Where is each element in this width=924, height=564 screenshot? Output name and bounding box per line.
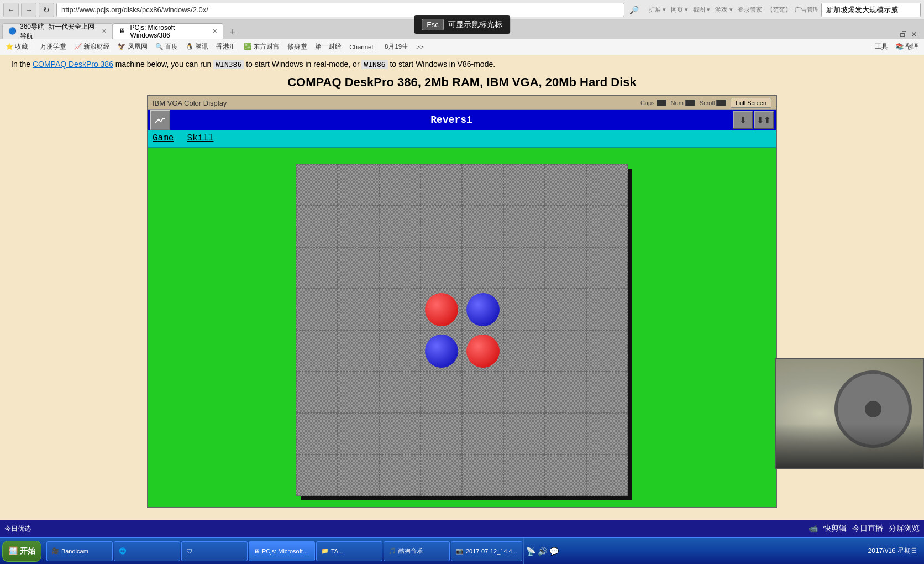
new-tab-button[interactable]: +	[225, 25, 240, 39]
board-cell-0-1[interactable]	[338, 164, 379, 206]
board-cell-6-2[interactable]	[379, 413, 421, 455]
splitscreen-icon[interactable]: 分屏浏览	[889, 524, 920, 534]
bookmark-wanpeng[interactable]: 万朋学堂	[36, 41, 70, 52]
close-browser-icon[interactable]: ✕	[911, 30, 917, 39]
board-cell-6-7[interactable]	[586, 413, 628, 455]
board-cell-1-1[interactable]	[338, 206, 379, 247]
board-cell-5-5[interactable]	[503, 372, 545, 413]
board-cell-4-5[interactable]	[503, 330, 545, 372]
board-cell-2-2[interactable]	[379, 247, 421, 289]
board-cell-7-1[interactable]	[338, 455, 379, 496]
bookmark-right-tools[interactable]: 工具	[872, 41, 891, 52]
bookmark-eastmoney[interactable]: 💹 东方财富	[240, 41, 283, 52]
board-cell-0-7[interactable]	[586, 164, 628, 206]
bookmark-baidu[interactable]: 🔍 百度	[152, 41, 181, 52]
board-cell-4-0[interactable]	[296, 330, 338, 372]
bookmark-favorites[interactable]: ⭐ 收藏	[2, 41, 32, 52]
board-cell-6-0[interactable]	[296, 413, 338, 455]
board-cell-4-7[interactable]	[586, 330, 628, 372]
menu-skill[interactable]: Skill	[187, 133, 213, 143]
menu-game[interactable]: Game	[153, 133, 174, 143]
board-cell-1-2[interactable]	[379, 206, 421, 247]
restore-icon[interactable]: 🗗	[900, 30, 907, 39]
board-cell-7-7[interactable]	[586, 455, 628, 496]
board-cell-6-3[interactable]	[421, 413, 462, 455]
board-cell-3-0[interactable]	[296, 289, 338, 330]
board-cell-6-1[interactable]	[338, 413, 379, 455]
bookmark-819[interactable]: 8月19生	[381, 41, 412, 52]
taskbar-pcjs[interactable]: 🖥 PCjs: Microsoft...	[249, 541, 315, 561]
back-button[interactable]: ←	[3, 3, 19, 17]
reversi-board[interactable]	[296, 164, 628, 496]
sys-icon-2[interactable]: 🔊	[538, 547, 547, 556]
bookmark-right-itranslate[interactable]: 📚 翻译	[893, 41, 922, 52]
board-cell-5-0[interactable]	[296, 372, 338, 413]
bookmark-caijing[interactable]: 第一财经	[312, 41, 345, 52]
board-cell-0-4[interactable]	[462, 164, 503, 206]
board-cell-5-1[interactable]	[338, 372, 379, 413]
bookmark-sina[interactable]: 📈 新浪财经	[71, 41, 113, 52]
win-title-icon[interactable]	[150, 110, 170, 130]
board-cell-3-2[interactable]	[379, 289, 421, 330]
board-cell-3-3[interactable]	[421, 289, 462, 330]
bookmark-qq[interactable]: 🐧 腾讯	[182, 41, 212, 52]
board-cell-5-6[interactable]	[545, 372, 586, 413]
board-cell-5-2[interactable]	[379, 372, 421, 413]
tab-360-close[interactable]: ✕	[102, 28, 107, 35]
bookmark-xiushen[interactable]: 修身堂	[284, 41, 311, 52]
board-cell-1-4[interactable]	[462, 206, 503, 247]
sys-icon-1[interactable]: 📡	[526, 547, 536, 556]
address-bar[interactable]	[56, 3, 624, 17]
board-cell-6-4[interactable]	[462, 413, 503, 455]
board-cell-1-3[interactable]	[421, 206, 462, 247]
board-cell-2-5[interactable]	[503, 247, 545, 289]
fullscreen-button[interactable]: Full Screen	[731, 98, 771, 108]
board-cell-3-6[interactable]	[545, 289, 586, 330]
board-cell-2-1[interactable]	[338, 247, 379, 289]
board-cell-2-4[interactable]	[462, 247, 503, 289]
board-cell-2-6[interactable]	[545, 247, 586, 289]
board-cell-3-7[interactable]	[586, 289, 628, 330]
record-icon[interactable]: 📹	[809, 524, 818, 533]
board-cell-7-2[interactable]	[379, 455, 421, 496]
tab-pcjs-close[interactable]: ✕	[212, 28, 217, 35]
board-cell-1-0[interactable]	[296, 206, 338, 247]
board-cell-1-5[interactable]	[503, 206, 545, 247]
board-cell-0-0[interactable]	[296, 164, 338, 206]
win-maximize-button[interactable]: ⬇⬆	[754, 111, 774, 129]
taskbar-ta[interactable]: 📁 TA...	[316, 541, 382, 561]
sys-icon-3[interactable]: 💬	[549, 547, 559, 556]
board-cell-2-3[interactable]	[421, 247, 462, 289]
board-cell-1-7[interactable]	[586, 206, 628, 247]
board-cell-4-3[interactable]	[421, 330, 462, 372]
taskbar-screenshot[interactable]: 📷 2017-07-12_14.4...	[451, 541, 522, 561]
board-cell-7-4[interactable]	[462, 455, 503, 496]
bookmark-hkex[interactable]: 香港汇	[213, 41, 239, 52]
bookmark-ifeng[interactable]: 🦅 凤凰网	[114, 41, 150, 52]
board-cell-2-0[interactable]	[296, 247, 338, 289]
board-cell-0-2[interactable]	[379, 164, 421, 206]
board-cell-7-3[interactable]	[421, 455, 462, 496]
board-cell-7-5[interactable]	[503, 455, 545, 496]
search-input[interactable]	[821, 3, 921, 17]
taskbar-kugou[interactable]: 🎵 酷狗音乐	[384, 541, 450, 561]
board-cell-5-3[interactable]	[421, 372, 462, 413]
reload-button[interactable]: ↻	[39, 3, 54, 17]
board-cell-3-5[interactable]	[503, 289, 545, 330]
board-cell-0-5[interactable]	[503, 164, 545, 206]
taskbar-ie[interactable]: 🌐	[114, 541, 180, 561]
forward-button[interactable]: →	[21, 3, 36, 17]
win-minimize-button[interactable]: ⬇	[733, 111, 753, 129]
board-cell-4-6[interactable]	[545, 330, 586, 372]
bookmark-more[interactable]: >>	[413, 43, 427, 51]
compaq-link[interactable]: COMPAQ DeskPro 386	[33, 60, 113, 69]
taskbar-360[interactable]: 🛡	[181, 541, 248, 561]
board-cell-4-4[interactable]	[462, 330, 503, 372]
board-cell-0-6[interactable]	[545, 164, 586, 206]
board-cell-5-4[interactable]	[462, 372, 503, 413]
taskbar-bandicam[interactable]: 🎥 Bandicam	[46, 541, 113, 561]
board-cell-6-6[interactable]	[545, 413, 586, 455]
bookmark-channel[interactable]: Channel	[346, 43, 376, 51]
live-icon[interactable]: 今日直播	[852, 524, 883, 534]
quickcut-icon[interactable]: 快剪辑	[823, 524, 847, 534]
